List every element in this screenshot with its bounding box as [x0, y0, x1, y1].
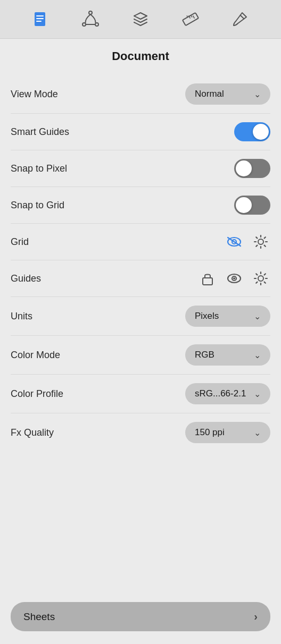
smart-guides-toggle[interactable]: [234, 122, 270, 141]
snap-to-grid-row: Snap to Grid: [11, 187, 270, 224]
view-mode-value: Normal: [195, 89, 224, 99]
smart-guides-row: Smart Guides: [11, 114, 270, 150]
svg-point-4: [89, 11, 92, 14]
brush-icon[interactable]: [228, 7, 252, 31]
units-control: Pixels ⌄: [185, 306, 270, 327]
color-profile-chevron: ⌄: [254, 389, 261, 399]
color-mode-chevron: ⌄: [254, 350, 261, 360]
fx-quality-control: 150 ppi ⌄: [185, 422, 270, 443]
color-mode-row: Color Mode RGB ⌄: [11, 336, 270, 375]
svg-point-21: [233, 277, 235, 279]
snap-to-grid-label: Snap to Grid: [11, 200, 64, 211]
smart-guides-control: [234, 122, 270, 141]
color-profile-value: sRG...66-2.1: [195, 388, 246, 399]
guides-label: Guides: [11, 273, 41, 284]
settings-area: View Mode Normal ⌄ Smart Guides Snap to …: [0, 71, 281, 594]
layers-icon[interactable]: [129, 7, 152, 31]
guides-visibility-icon[interactable]: [225, 269, 244, 288]
svg-point-5: [82, 23, 86, 26]
units-chevron: ⌄: [254, 311, 261, 321]
color-mode-control: RGB ⌄: [185, 344, 270, 366]
view-mode-control: Normal ⌄: [185, 83, 270, 105]
snap-to-pixel-row: Snap to Pixel: [11, 150, 270, 187]
snap-to-grid-toggle[interactable]: [234, 196, 270, 215]
color-mode-label: Color Mode: [11, 350, 60, 361]
ruler-icon[interactable]: [179, 7, 202, 31]
svg-rect-18: [203, 278, 212, 285]
snap-to-pixel-toggle[interactable]: [234, 159, 270, 178]
snap-to-pixel-label: Snap to Pixel: [11, 163, 67, 174]
fx-quality-dropdown[interactable]: 150 ppi ⌄: [185, 422, 270, 443]
guides-settings-icon[interactable]: [251, 269, 270, 288]
fx-quality-label: Fx Quality: [11, 427, 54, 438]
smart-guides-knob: [253, 124, 269, 140]
units-label: Units: [11, 311, 32, 322]
sheets-area: Sheets ›: [0, 594, 281, 644]
grid-row: Grid: [11, 224, 270, 260]
guides-lock-icon[interactable]: [198, 269, 217, 288]
guides-row: Guides: [11, 260, 270, 297]
guides-control: [198, 269, 270, 288]
svg-point-17: [258, 239, 263, 244]
color-profile-label: Color Profile: [11, 388, 63, 400]
view-mode-label: View Mode: [11, 89, 58, 100]
grid-visibility-icon[interactable]: [225, 232, 244, 251]
svg-point-22: [258, 276, 263, 281]
view-mode-row: View Mode Normal ⌄: [11, 75, 270, 114]
snap-to-grid-knob: [236, 197, 252, 213]
grid-control: [225, 232, 270, 251]
units-value: Pixels: [195, 311, 219, 321]
sheets-chevron-icon: ›: [254, 611, 258, 623]
color-profile-row: Color Profile sRG...66-2.1 ⌄: [11, 375, 270, 413]
panel-title: Document: [112, 49, 169, 63]
svg-rect-8: [182, 13, 198, 26]
units-dropdown[interactable]: Pixels ⌄: [185, 306, 270, 327]
fx-quality-chevron: ⌄: [254, 428, 261, 438]
node-edit-icon[interactable]: [79, 7, 102, 31]
color-mode-value: RGB: [195, 350, 214, 360]
snap-to-pixel-knob: [236, 160, 252, 176]
grid-label: Grid: [11, 236, 29, 248]
svg-line-12: [193, 15, 194, 18]
view-mode-chevron: ⌄: [254, 89, 261, 99]
svg-line-11: [191, 15, 192, 17]
toolbar: [0, 0, 281, 39]
panel-title-area: Document: [0, 39, 281, 71]
units-row: Units Pixels ⌄: [11, 297, 270, 336]
fx-quality-value: 150 ppi: [195, 427, 225, 438]
fx-quality-row: Fx Quality 150 ppi ⌄: [11, 413, 270, 452]
color-profile-dropdown[interactable]: sRG...66-2.1 ⌄: [185, 383, 270, 404]
snap-to-pixel-control: [234, 159, 270, 178]
color-profile-control: sRG...66-2.1 ⌄: [185, 383, 270, 404]
grid-settings-icon[interactable]: [251, 232, 270, 251]
snap-to-grid-control: [234, 196, 270, 215]
sheets-button[interactable]: Sheets ›: [11, 602, 270, 631]
view-mode-dropdown[interactable]: Normal ⌄: [185, 83, 270, 105]
svg-point-6: [95, 23, 98, 26]
document-icon[interactable]: [29, 7, 53, 31]
sheets-label: Sheets: [23, 611, 55, 623]
color-mode-dropdown[interactable]: RGB ⌄: [185, 344, 270, 366]
svg-line-13: [240, 15, 244, 19]
smart-guides-label: Smart Guides: [11, 126, 69, 138]
